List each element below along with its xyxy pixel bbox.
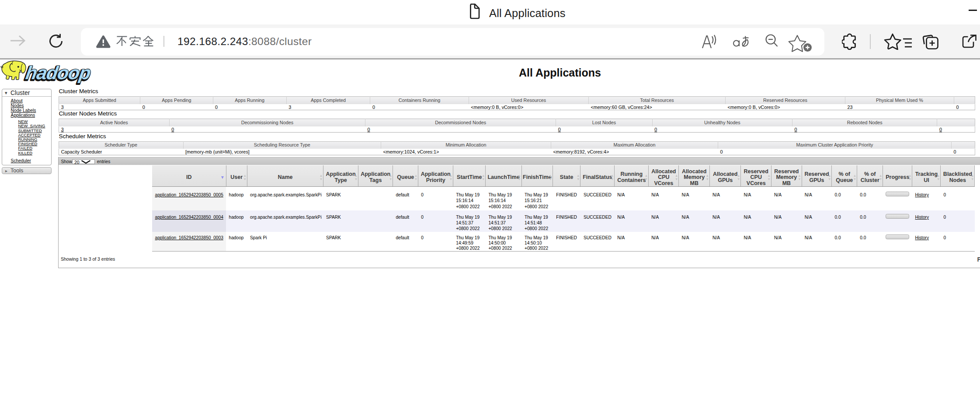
svg-text:hadoop: hadoop: [24, 63, 92, 84]
